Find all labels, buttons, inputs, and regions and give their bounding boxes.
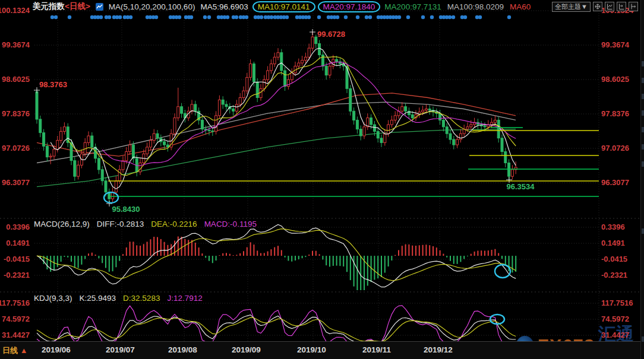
y-axis-label: 0.3396	[601, 223, 625, 231]
y-axis-label: 97.8376	[601, 109, 629, 118]
macd-macd-value: MACD:-0.1195	[204, 220, 257, 228]
y-axis-label: -0.2321	[4, 271, 30, 279]
axis-fit-left-icon[interactable]	[605, 2, 614, 11]
y-axis-label: 98.6025	[601, 75, 629, 84]
left-price-axis: 100.132499.367498.602597.837697.072696.3…	[0, 0, 31, 359]
ma-legend-value: MA200:97.7131	[384, 2, 441, 11]
y-axis-label: 74.5972	[601, 314, 629, 323]
y-axis-label: 97.0726	[2, 144, 30, 153]
macd-diff-value: DIFF:-0.2813	[97, 220, 144, 228]
ma-legend: MA5:96.6903MA10:97.0141MA20:97.1840MA200…	[200, 2, 531, 11]
y-axis-label: 97.8376	[2, 109, 30, 118]
kdj-j-value: J:12.7912	[167, 294, 202, 303]
period-label: 日线	[2, 346, 18, 355]
y-axis-label: 0.3396	[6, 223, 30, 231]
y-axis-label: 74.5972	[2, 314, 30, 323]
ma-settings-label: MA(5,10,20,200,100,60)	[109, 2, 195, 11]
y-axis-label: 31.4427	[2, 331, 30, 339]
right-price-axis: 100.132499.367498.602597.837697.072696.3…	[601, 0, 639, 359]
y-axis-label: 31.4427	[601, 331, 629, 339]
period-selector[interactable]: 日线 ▲	[2, 345, 28, 356]
ma-legend-value: MA5:96.6903	[200, 2, 248, 11]
y-axis-label: 117.7516	[601, 298, 633, 307]
chart-header: 美元指数<日线> MA(5,10,20,200,100,60) MA5:96.6…	[0, 0, 644, 13]
y-axis-label: 99.3674	[601, 40, 629, 49]
ma-legend-value: MA20:97.1840	[318, 1, 381, 12]
y-axis-label: -0.0415	[4, 255, 30, 263]
y-axis-label: 0.1491	[6, 239, 30, 247]
x-axis-label: 2019/12	[424, 345, 453, 354]
time-axis-bar: 日线 ▲ 2019/062019/072019/082019/092019/10…	[0, 341, 644, 359]
svg-text:95.8430: 95.8430	[112, 205, 140, 214]
x-axis-label: 2019/10	[297, 345, 326, 354]
right-edge-panel	[640, 0, 644, 359]
svg-text:96.3534: 96.3534	[507, 182, 535, 191]
y-axis-label: 0.1491	[601, 239, 625, 247]
kdj-panel-header: KDJ(9,3,3) K:25.9493 D:32.5283 J:12.7912	[34, 294, 203, 303]
theme-dropdown-button[interactable]: 全部主题▼	[552, 2, 591, 12]
y-axis-label: 96.3077	[601, 178, 629, 187]
ma-legend-value: MA10:97.0141	[252, 1, 315, 12]
macd-title: MACD(26,12,9)	[34, 220, 90, 228]
x-axis-label: 2019/11	[362, 345, 391, 354]
ma-legend-value: MA60	[510, 2, 531, 11]
ma-legend-value: MA100:98.0209	[447, 2, 504, 11]
y-axis-label: 96.3077	[2, 178, 30, 187]
macd-panel-header: MACD(26,12,9) DIFF:-0.2813 DEA:-0.2216 M…	[34, 220, 257, 228]
kdj-title: KDJ(9,3,3)	[34, 294, 72, 303]
y-axis-label: 99.3674	[2, 40, 30, 49]
x-axis-label: 2019/08	[168, 345, 197, 354]
header-toolbar: 全部主题▼	[552, 2, 638, 12]
kdj-d-value: D:32.5283	[123, 294, 160, 303]
chart-canvas[interactable]: 98.376399.672895.843096.3534	[0, 0, 644, 359]
period-arrow-icon: ▲	[20, 346, 28, 355]
x-axis-label: 2019/07	[106, 345, 135, 354]
x-axis-label: 2019/06	[42, 345, 71, 354]
move-crosshair-icon[interactable]	[593, 2, 602, 11]
kdj-k-value: K:25.9493	[80, 294, 116, 303]
y-axis-label: 117.7516	[0, 298, 30, 307]
y-axis-label: -0.2321	[601, 271, 627, 279]
symbol-and-period: 美元指数<日线>	[33, 1, 90, 12]
svg-text:99.6728: 99.6728	[317, 30, 345, 39]
x-axis-label: 2019/09	[232, 345, 261, 354]
svg-text:98.3763: 98.3763	[39, 80, 67, 89]
chart-app-window: 98.376399.672895.843096.3534 美元指数<日线> MA…	[0, 0, 644, 359]
y-axis-label: 98.6025	[2, 75, 30, 84]
period-tag: <日线>	[65, 2, 90, 11]
pan-right-icon[interactable]	[629, 2, 638, 11]
y-axis-label: -0.0415	[601, 255, 627, 263]
macd-dea-value: DEA:-0.2216	[151, 220, 197, 228]
y-axis-label: 97.0726	[601, 144, 629, 153]
chart-icon	[96, 3, 103, 11]
axis-fit-right-icon[interactable]	[617, 2, 626, 11]
symbol-name: 美元指数	[33, 2, 65, 11]
